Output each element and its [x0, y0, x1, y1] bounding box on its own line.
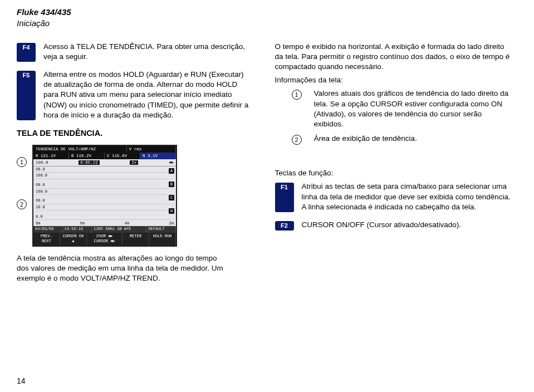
instr-zoom: 2x [130, 160, 138, 165]
instr-date: 04/03/06 [33, 226, 63, 232]
instr-n: N 3.1V [140, 153, 176, 159]
callout-2: 2 [17, 199, 27, 209]
f4-key-badge: F4 [17, 43, 36, 62]
doc-header: Fluke 434/435 Iniciação [17, 7, 512, 30]
x-4m: 4m [125, 221, 129, 226]
instr-elapsed: 0:05:22 [79, 160, 100, 165]
instr-arrows: ◄► [169, 160, 174, 165]
phase-c-icon: C [169, 195, 174, 200]
soft-cursor: CURSOR ON ▲ [60, 233, 87, 246]
info-text-1: Valores atuais dos gráficos de tendência… [314, 89, 512, 129]
fkeys-heading: Teclas de função: [275, 168, 512, 178]
instr-title: TENDÊNCIA DE VOLT/AMP/HZ [33, 146, 127, 153]
y1b: 180.0 [36, 174, 174, 179]
right-column: O tempo é exibido na horizontal. A exibi… [275, 42, 512, 284]
y4a: 0.0 [36, 215, 174, 220]
phase-n-icon: N [169, 208, 174, 214]
instr-sys: 120V 60Hz 3Ø WYE [92, 226, 146, 232]
trend-screen-heading: TELA DE TENDÊNCIA. [17, 128, 254, 139]
instr-r: R 121.1V [33, 153, 69, 159]
f1-desc: Atribui as teclas de seta para cima/baix… [302, 182, 512, 212]
instr-default: DEFAULT [146, 226, 176, 232]
x-2m: 2m [169, 221, 174, 226]
instr-yscale: 180.0 [36, 160, 48, 165]
page-number: 14 [17, 376, 26, 386]
soft-zoom: ZOOM ◄► CURSOR ◄► [87, 233, 123, 246]
f4-desc: Acesso à TELA DE TENDÊNCIA. Para obter u… [43, 42, 254, 62]
f2-desc: CURSOR ON/OFF (Cursor ativado/desativado… [302, 220, 512, 231]
y3b: 10.0 [36, 205, 174, 210]
phase-a-icon: A [169, 168, 174, 174]
soft-hold: HOLD RUN [149, 233, 176, 246]
instr-mode: V rms [127, 146, 176, 153]
f2-key-badge: F2 [275, 221, 294, 231]
time-axis-paragraph: O tempo é exibido na horizontal. A exibi… [275, 42, 512, 72]
model-header: Fluke 434/435 [17, 7, 512, 18]
figure-caption: A tela de tendência mostra as alterações… [17, 253, 228, 284]
y2a: 60.0 [36, 183, 174, 188]
y2b: 180.0 [36, 190, 174, 195]
soft-meter: METER [123, 233, 149, 246]
y1a: 60.0 [36, 168, 174, 173]
section-header: Iniciação [17, 18, 512, 29]
info-heading: Informações da tela: [275, 75, 512, 85]
instr-c: C 115.6V [105, 153, 140, 159]
instr-b: B 116.2V [69, 153, 105, 159]
info-num-1: 1 [292, 90, 302, 100]
x-8m: 8m [36, 221, 40, 226]
instr-time: 14:58:18 [63, 226, 92, 232]
left-column: F4 Acesso à TELA DE TENDÊNCIA. Para obte… [17, 42, 254, 284]
y3a: 60.0 [36, 199, 174, 204]
info-text-2: Área de exibição de tendência. [314, 134, 512, 145]
f1-key-badge: F1 [275, 183, 294, 212]
x-6m: 6m [80, 221, 85, 226]
instrument-screenshot: TENDÊNCIA DE VOLT/AMP/HZ V rms R 121.1V … [32, 145, 177, 247]
figure-trend-screen: 1 2 TENDÊNCIA DE VOLT/AMP/HZ V rms R 121… [17, 145, 254, 247]
f5-key-badge: F5 [17, 71, 36, 120]
phase-b-icon: B [169, 182, 174, 187]
info-num-2: 2 [292, 135, 302, 145]
f5-desc: Alterna entre os modos HOLD (Aguardar) e… [43, 70, 254, 120]
soft-prev-next: PREV. NEXT [33, 233, 60, 246]
callout-1: 1 [17, 157, 27, 167]
